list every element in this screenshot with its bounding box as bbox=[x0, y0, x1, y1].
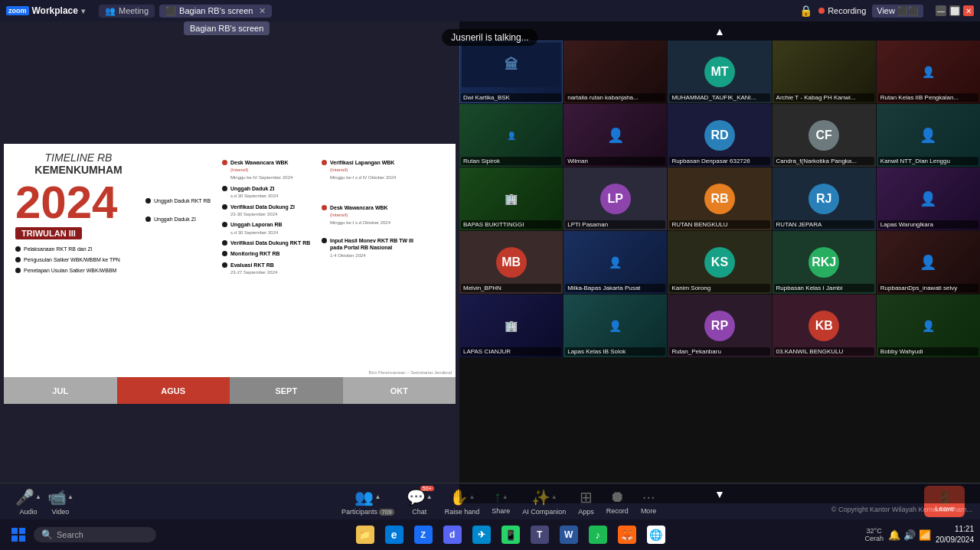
tl-item: Desk Wawancara WBK (Intensif) Minggu ke-… bbox=[222, 159, 322, 181]
avatar-12: LP bbox=[600, 184, 631, 214]
video-cell-3: MT MUHAMMAD_TAUFIK_KANI... bbox=[668, 41, 771, 103]
video-icon: 📹 bbox=[47, 488, 67, 506]
taskbar-app-telegram[interactable]: ✈ bbox=[468, 521, 495, 548]
video-cell-12: LP LPTI Pasaman bbox=[564, 168, 667, 230]
video-cell-25: 👤 Bobby Wahyudi bbox=[877, 295, 980, 357]
participant-label-9: Candra_f(Narkotika Pangka... bbox=[774, 157, 874, 165]
slide-inner: TIMELINE RB KEMENKUMHAM 2024 TRIWULAN II… bbox=[4, 144, 456, 404]
start-button[interactable] bbox=[6, 522, 31, 547]
tl-dot bbox=[222, 186, 227, 191]
participants-caret[interactable]: ▲ bbox=[374, 493, 381, 500]
participant-label-19: Rupbasan Kelas I Jambi bbox=[774, 284, 874, 292]
search-icon: 🔍 bbox=[41, 529, 53, 540]
video-tool[interactable]: 📹 ▲ Video bbox=[47, 488, 74, 516]
security-icon: 🔒 bbox=[799, 5, 812, 17]
participant-label-7: Wilman bbox=[565, 157, 665, 165]
slide-footer: Biro Perencanaan – Sekretariat Jenderal bbox=[369, 370, 452, 375]
tray-icon-1: 🔔 bbox=[888, 529, 900, 541]
participant-label-8: Rupbasan Denpasar 632726 bbox=[669, 157, 769, 165]
avatar-24: KB bbox=[808, 311, 839, 341]
taskbar-app-teams[interactable]: T bbox=[526, 521, 554, 548]
video-cell-10: 👤 Kanwil NTT_Dian Lenggu bbox=[877, 104, 980, 167]
taskbar-app-word[interactable]: W bbox=[555, 521, 583, 548]
avatar-23: RP bbox=[704, 311, 735, 341]
window-controls: — ⬜ ✕ bbox=[936, 5, 974, 16]
participant-label-15: Lapas Warunglkara bbox=[878, 220, 978, 229]
video-cell-17: 👤 Milka-Bapas Jakarta Pusat bbox=[564, 231, 667, 294]
participant-label-5: Rutan Kelas IIB Pengkalan... bbox=[878, 93, 978, 102]
windows-search[interactable]: 🔍 Search bbox=[34, 527, 156, 542]
video-cell-19: RKJ Rupbasan Kelas I Jambi bbox=[773, 231, 876, 294]
screen-share-icon: ⬛ bbox=[165, 6, 176, 16]
taskbar-app-chrome[interactable]: 🌐 bbox=[642, 521, 670, 548]
month-jul: JUL bbox=[4, 377, 117, 404]
taskbar-app-edge[interactable]: e bbox=[381, 521, 408, 548]
slide-title: TIMELINE RB KEMENKUMHAM bbox=[15, 151, 142, 176]
participant-label-12: LPTI Pasaman bbox=[565, 220, 665, 229]
tl-dot bbox=[145, 198, 151, 203]
tl-dot bbox=[322, 238, 327, 243]
participant-label-18: Kanim Sorong bbox=[669, 284, 769, 292]
tl-dot bbox=[222, 222, 227, 227]
main-content: TIMELINE RB KEMENKUMHAM 2024 TRIWULAN II… bbox=[0, 21, 980, 503]
taskbar-app-firefox[interactable]: 🦊 bbox=[613, 521, 641, 548]
tl-dot bbox=[222, 240, 227, 246]
discord-icon: d bbox=[443, 526, 462, 544]
video-caret[interactable]: ▲ bbox=[67, 493, 74, 500]
taskbar-left: 🔍 Search bbox=[6, 522, 156, 547]
tl-item: Desk Wawancara WBK (Intensif) Minggu ke-… bbox=[322, 204, 413, 226]
taskbar-app-explorer[interactable]: 📁 bbox=[351, 521, 379, 548]
tl-item: Input Hasil Monev RKT RB TW III pada Por… bbox=[322, 237, 413, 259]
chat-count-badge: 50+ bbox=[420, 486, 434, 491]
taskbar-app-discord[interactable]: d bbox=[439, 521, 466, 548]
tl-item: Unggah Daduk RKT RB bbox=[145, 197, 222, 204]
weather-widget: 32°C Cerah bbox=[864, 527, 884, 542]
maximize-button[interactable]: ⬜ bbox=[949, 5, 960, 16]
video-cell-20: 👤 RupbasanDps_inawati selvy bbox=[877, 231, 980, 294]
up-arrow-icon: ▲ bbox=[714, 25, 725, 37]
tl-item: Evaluasi RKT RB 23-27 September 2024 bbox=[222, 262, 322, 276]
taskbar-apps: 📁 e Z d ✈ 📱 T W ♪ 🦊 🌐 bbox=[351, 521, 670, 548]
video-cell-13: RB RUTAN BENGKULU bbox=[668, 168, 771, 230]
chat-caret[interactable]: ▲ bbox=[426, 493, 433, 500]
avatar-13: RB bbox=[704, 184, 735, 214]
avatar-16: MB bbox=[496, 247, 527, 278]
chevron-icon[interactable]: ▾ bbox=[81, 7, 85, 15]
video-cell-21: 🏢 LAPAS CIANJUR bbox=[459, 295, 563, 357]
windows-taskbar: 🔍 Search 📁 e Z d ✈ 📱 T W ♪ bbox=[0, 519, 980, 550]
tl-dot-red bbox=[322, 160, 327, 165]
tab-tooltip: Bagian RB's screen bbox=[184, 21, 270, 35]
chat-tool[interactable]: 💬 50+ ▲ Chat bbox=[407, 488, 433, 516]
system-tray: 🔔 🔊 📶 bbox=[888, 529, 931, 541]
month-sept: SEPT bbox=[230, 377, 343, 404]
grid-nav-down[interactable]: ▼ bbox=[459, 484, 980, 503]
participant-label-16: Melvin_BPHN bbox=[461, 284, 561, 292]
temperature: 32°C bbox=[867, 527, 882, 535]
participant-label-13: RUTAN BENGKULU bbox=[669, 220, 769, 229]
tl-dot bbox=[145, 216, 151, 222]
tl-dot bbox=[15, 257, 21, 262]
minimize-button[interactable]: — bbox=[936, 5, 946, 16]
participant-label-1: Dwi Kartika_BSK bbox=[461, 93, 561, 102]
audio-tool[interactable]: 🎤 ▲ Audio bbox=[15, 488, 41, 516]
zoom-taskbar-icon: Z bbox=[414, 526, 433, 544]
taskbar-app-whatsapp[interactable]: 📱 bbox=[497, 521, 524, 548]
tab-meeting[interactable]: 👥 Meeting bbox=[99, 5, 155, 18]
taskbar-app-spotify[interactable]: ♪ bbox=[584, 521, 612, 548]
taskbar-app-zoom[interactable]: Z bbox=[410, 521, 437, 548]
tab-screen-share[interactable]: ⬛ Bagian RB's screen ✕ bbox=[159, 5, 272, 18]
audio-caret[interactable]: ▲ bbox=[35, 493, 41, 500]
recording-dot bbox=[818, 8, 825, 14]
video-cell-2: nartalia rutan kabanjaha... bbox=[564, 41, 667, 103]
telegram-icon: ✈ bbox=[472, 526, 491, 544]
close-button[interactable]: ✕ bbox=[963, 5, 974, 16]
avatar-14: RJ bbox=[808, 184, 839, 214]
view-button[interactable]: View ⬛⬛ bbox=[872, 5, 923, 18]
close-tab-icon[interactable]: ✕ bbox=[259, 6, 266, 16]
app-name: Workplace bbox=[32, 5, 78, 16]
participant-label-21: LAPAS CIANJUR bbox=[461, 347, 561, 356]
video-cell-5: 👤 Rutan Kelas IIB Pengkalan... bbox=[877, 41, 980, 103]
avatar-19: RKJ bbox=[808, 247, 839, 278]
participants-tool[interactable]: 👥 ▲ Participants 709 bbox=[341, 488, 394, 516]
zoom-icon: zoom bbox=[6, 6, 29, 15]
